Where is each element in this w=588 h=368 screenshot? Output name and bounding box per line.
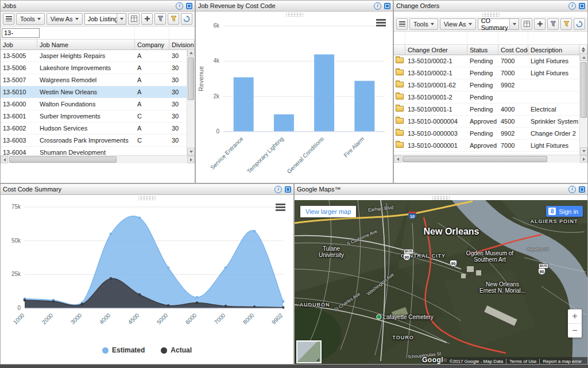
table-row[interactable]: 13-5006Lakeshore ImprovementsA30 xyxy=(1,62,195,74)
change-orders-toolbar: Tools View As CO Summary xyxy=(394,17,587,32)
filter-button[interactable] xyxy=(168,13,179,25)
svg-text:4500: 4500 xyxy=(127,312,141,325)
table-row[interactable]: 13-5010/0002-1Pending7000Light Fixtures xyxy=(394,67,587,79)
chart-context-menu-icon[interactable] xyxy=(376,19,386,26)
panel-options-icon[interactable] xyxy=(186,3,192,9)
column-header-company[interactable]: Company xyxy=(135,40,169,50)
svg-text:4k: 4k xyxy=(213,57,220,64)
jobs-filter-row xyxy=(1,26,195,40)
svg-text:5000: 5000 xyxy=(156,312,169,325)
interstate-shield-icon: 10 xyxy=(408,212,416,219)
table-row[interactable]: 13-5007Walgreens RemodelA30 xyxy=(1,74,195,86)
filter-edit-button[interactable] xyxy=(547,18,559,30)
map-canvas[interactable]: New OrleansALGIERS POINTCENTRAL CITYAUDU… xyxy=(295,200,587,365)
drag-handle[interactable] xyxy=(138,196,156,200)
tools-button[interactable]: Tools xyxy=(409,18,438,30)
info-icon[interactable] xyxy=(374,2,381,10)
column-header-cost-code[interactable]: Cost Code xyxy=(498,45,528,55)
cell: Pending xyxy=(467,128,498,140)
hamburger-button[interactable] xyxy=(396,18,408,30)
hamburger-button[interactable] xyxy=(3,13,14,25)
refresh-button[interactable] xyxy=(574,18,585,30)
cell: 13-5007 xyxy=(1,74,37,86)
export-button[interactable] xyxy=(128,13,140,25)
legend-item[interactable]: Estimated xyxy=(102,346,145,354)
export-button[interactable] xyxy=(521,18,532,30)
cell: Pending xyxy=(467,91,498,103)
panel-options-icon[interactable] xyxy=(384,3,390,9)
tools-button[interactable]: Tools xyxy=(16,13,45,25)
change-orders-panel-header[interactable]: Change Orders xyxy=(394,1,587,12)
view-larger-map-link[interactable]: View larger map xyxy=(300,206,356,217)
add-button[interactable] xyxy=(141,13,153,25)
table-row[interactable]: 13-5010-0000001Approved7000Light Fixture… xyxy=(394,140,587,152)
view-select[interactable]: CO Summary xyxy=(478,18,519,30)
jobs-horizontal-scrollbar[interactable] xyxy=(1,155,195,163)
change-orders-horizontal-scrollbar[interactable] xyxy=(394,155,587,163)
table-row[interactable]: 13-5010/0001-1Pending4000Electrical xyxy=(394,103,587,116)
terms-of-use-link[interactable]: Terms of Use xyxy=(506,359,539,364)
cell: A xyxy=(135,98,169,110)
job-filter-input[interactable] xyxy=(2,28,40,38)
cell: Surber Improvements xyxy=(37,110,135,122)
zoom-out-button[interactable]: − xyxy=(568,324,582,338)
map-attribution-bar: ©2017 Google - Map Data Terms of Use Rep… xyxy=(444,357,587,365)
info-icon[interactable] xyxy=(568,2,576,10)
map-label: Newton St xyxy=(528,247,549,252)
table-row[interactable]: 13-6001Surber ImprovementsC30 xyxy=(1,110,195,122)
filter-edit-button[interactable] xyxy=(154,13,166,25)
job-revenue-panel-header[interactable]: Job Revenue by Cost Code xyxy=(196,1,393,12)
table-row[interactable]: 13-6003Crossroads Park ImprovementsC30 xyxy=(1,135,195,147)
export-icon xyxy=(524,21,530,27)
drag-handle[interactable] xyxy=(432,196,450,200)
cell: 13-5010-0000001 xyxy=(405,140,467,152)
table-row[interactable]: 13-5010-0000004Approved4500Sprinkler Sys… xyxy=(394,116,587,128)
column-header-job-name[interactable]: Job Name xyxy=(37,40,135,50)
drag-handle[interactable] xyxy=(286,13,303,17)
jobs-panel-header[interactable]: Jobs xyxy=(1,1,195,12)
table-row[interactable]: 13-5005Jasper Heights RepairsA30 xyxy=(1,50,195,62)
cell: C xyxy=(135,135,169,147)
cell: Lakeshore Improvements xyxy=(37,62,135,74)
info-icon[interactable] xyxy=(274,186,282,193)
dropdown-caret-icon xyxy=(469,23,472,25)
legend-item[interactable]: Actual xyxy=(161,346,192,354)
view-as-button[interactable]: View As xyxy=(47,13,83,25)
info-icon[interactable] xyxy=(568,186,576,193)
zoom-in-button[interactable]: + xyxy=(568,309,582,324)
panel-options-icon[interactable] xyxy=(285,186,291,193)
svg-text:Service Entrance: Service Entrance xyxy=(209,135,245,171)
map-inset-toggle[interactable] xyxy=(296,340,322,363)
info-icon[interactable] xyxy=(176,2,183,10)
view-as-button[interactable]: View As xyxy=(440,18,476,30)
table-row[interactable]: 13-5010Westin New OrleansA30 xyxy=(1,86,195,98)
cell: 13-5010-0000004 xyxy=(405,116,467,128)
column-header-icon[interactable] xyxy=(394,45,405,55)
add-button[interactable] xyxy=(534,18,546,30)
report-map-error-link[interactable]: Report a map error xyxy=(539,359,585,364)
view-select[interactable]: Job Listing xyxy=(84,13,126,25)
column-header-change-order[interactable]: Change Order xyxy=(405,45,467,55)
cell xyxy=(394,128,405,140)
column-header-job[interactable]: Job xyxy=(1,40,37,50)
column-header-description[interactable]: Description xyxy=(528,45,579,55)
table-row[interactable]: 13-5010/0001-62Pending9902 xyxy=(394,79,587,91)
cell: 13-5010/0001-1 xyxy=(405,103,467,116)
panel-options-icon[interactable] xyxy=(579,186,585,193)
table-row[interactable]: 13-6000Walton FoundationsA30 xyxy=(1,98,195,110)
google-maps-panel-header[interactable]: Google Maps™ xyxy=(295,184,587,195)
drag-handle[interactable] xyxy=(482,13,500,17)
table-row[interactable]: 13-5010/0001-2Pending xyxy=(394,91,587,103)
google-signin-button[interactable]: Sign in xyxy=(546,206,583,217)
jobs-vertical-scrollbar[interactable] xyxy=(187,49,195,155)
cost-code-summary-panel-header[interactable]: Cost Code Summary xyxy=(1,184,293,195)
change-orders-vertical-scrollbar[interactable] xyxy=(579,53,587,155)
filter-button[interactable] xyxy=(560,18,572,30)
refresh-button[interactable] xyxy=(181,13,192,25)
panel-options-icon[interactable] xyxy=(579,3,585,9)
table-row[interactable]: 13-6002Hudson ServicesA30 xyxy=(1,122,195,135)
table-row[interactable]: 13-5010/0002-1Pending7000Light Fixtures xyxy=(394,55,587,67)
column-header-status[interactable]: Status xyxy=(467,45,498,55)
table-row[interactable]: 13-5010-0000003Pending9902Change Order 2 xyxy=(394,128,587,140)
chart-context-menu-icon[interactable] xyxy=(276,204,285,211)
